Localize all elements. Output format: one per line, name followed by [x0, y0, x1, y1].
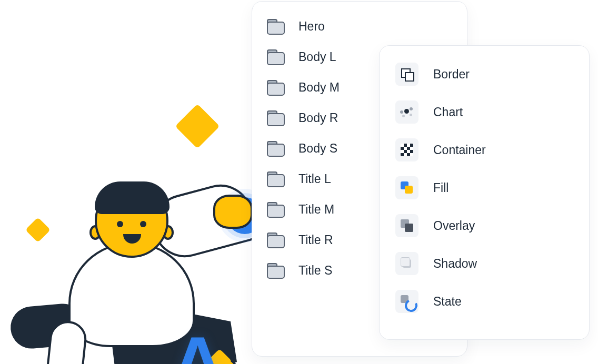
folder-label: Title R — [298, 233, 333, 247]
style-item-shadow[interactable]: Shadow — [390, 245, 576, 282]
style-label: Container — [433, 143, 486, 157]
overlay-icon — [395, 214, 418, 237]
folder-item-hero[interactable]: Hero — [263, 11, 454, 42]
style-label: Border — [433, 67, 470, 82]
folder-icon — [267, 110, 285, 125]
person-illustration: A — [16, 147, 247, 364]
border-icon — [395, 63, 418, 86]
style-label: Chart — [433, 105, 463, 119]
design-tokens-panel: Border Chart Container Fill Overlay Shad… — [379, 45, 590, 340]
hand-shape — [213, 195, 253, 229]
style-item-state[interactable]: State — [390, 282, 576, 320]
style-item-border[interactable]: Border — [390, 55, 576, 93]
eye-shape — [140, 221, 146, 227]
state-icon — [395, 290, 418, 313]
folder-icon — [267, 232, 285, 247]
folder-icon — [267, 171, 285, 186]
hair-shape — [95, 181, 170, 214]
folder-label: Title L — [298, 172, 331, 186]
folder-label: Body R — [298, 111, 338, 125]
style-label: Shadow — [433, 257, 477, 271]
folder-icon — [267, 263, 285, 278]
folder-icon — [267, 19, 285, 34]
folder-label: Title M — [298, 203, 334, 217]
folder-label: Title S — [298, 264, 332, 278]
folder-label: Body S — [298, 141, 337, 156]
folder-icon — [267, 202, 285, 217]
style-item-overlay[interactable]: Overlay — [390, 207, 576, 245]
style-item-container[interactable]: Container — [390, 131, 576, 169]
folder-label: Hero — [298, 19, 325, 34]
style-label: Fill — [433, 181, 448, 195]
folder-icon — [267, 80, 285, 95]
style-label: State — [433, 295, 462, 309]
folder-label: Body M — [298, 80, 340, 95]
folder-icon — [267, 141, 285, 156]
style-label: Overlay — [433, 219, 475, 233]
fill-icon — [395, 176, 418, 199]
illustration: A — [5, 84, 258, 358]
container-icon — [395, 138, 418, 161]
letter-a-graphic: A — [171, 326, 221, 364]
chart-icon — [395, 100, 418, 124]
folder-label: Body L — [298, 50, 336, 64]
stage: A Hero Body L Body M Body R Body S Title… — [0, 0, 598, 364]
diamond-decoration — [175, 104, 220, 149]
style-item-chart[interactable]: Chart — [390, 93, 576, 131]
style-item-fill[interactable]: Fill — [390, 169, 576, 207]
shadow-icon — [395, 252, 418, 275]
eye-shape — [117, 221, 123, 227]
folder-icon — [267, 49, 285, 64]
